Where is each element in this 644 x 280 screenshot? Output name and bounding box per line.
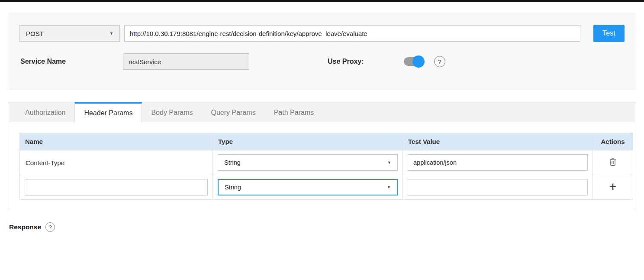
service-name-input[interactable] xyxy=(123,53,249,70)
add-row-icon[interactable]: + xyxy=(609,182,617,191)
param-type-cell: String ▼ xyxy=(213,175,403,200)
column-header-actions: Actions xyxy=(593,133,633,150)
chevron-down-icon: ▼ xyxy=(387,161,391,165)
param-name-cell: Content-Type xyxy=(20,150,213,175)
param-name-input[interactable] xyxy=(25,179,208,195)
use-proxy-label: Use Proxy: xyxy=(328,58,364,65)
header-params-table: Name Type Test Value Actions Content-Typ… xyxy=(19,133,633,200)
http-method-value: POST xyxy=(26,30,44,37)
param-test-value-cell xyxy=(403,150,593,175)
param-actions-cell xyxy=(593,150,633,175)
table-header-row: Name Type Test Value Actions xyxy=(20,133,633,150)
param-type-select[interactable]: String ▼ xyxy=(218,154,398,171)
toggle-knob xyxy=(412,55,425,68)
tab-body-params[interactable]: Body Params xyxy=(142,102,202,122)
request-config-panel: POST ▼ Test Service Name Use Proxy: ? xyxy=(9,13,635,90)
top-bar xyxy=(0,0,644,2)
tab-path-params[interactable]: Path Params xyxy=(265,102,323,122)
url-input[interactable] xyxy=(124,25,580,42)
response-section: Response ? xyxy=(9,222,644,232)
param-test-value-input[interactable] xyxy=(408,154,588,171)
column-header-name: Name xyxy=(20,133,213,150)
proxy-help-icon[interactable]: ? xyxy=(434,56,445,67)
chevron-down-icon: ▼ xyxy=(387,186,391,189)
param-type-value: String xyxy=(224,159,241,166)
params-section: Authorization Header Params Body Params … xyxy=(9,102,635,210)
param-type-value: String xyxy=(225,184,241,191)
param-type-cell: String ▼ xyxy=(213,150,403,175)
param-name-cell xyxy=(20,175,213,200)
delete-row-icon[interactable] xyxy=(609,158,616,166)
header-params-content: Name Type Test Value Actions Content-Typ… xyxy=(9,122,635,210)
column-header-test-value: Test Value xyxy=(403,133,593,150)
use-proxy-toggle[interactable] xyxy=(404,57,424,66)
param-name-text: Content-Type xyxy=(25,159,64,166)
response-help-icon[interactable]: ? xyxy=(45,222,55,232)
param-test-value-cell xyxy=(403,175,593,200)
param-test-value-input[interactable] xyxy=(408,179,588,195)
request-url-row: POST ▼ Test xyxy=(19,25,625,42)
test-button[interactable]: Test xyxy=(593,25,625,42)
table-row-new: String ▼ + xyxy=(20,175,633,200)
response-label: Response xyxy=(9,223,41,231)
tab-bar: Authorization Header Params Body Params … xyxy=(9,102,635,122)
param-type-select[interactable]: String ▼ xyxy=(218,179,398,195)
service-settings-row: Service Name Use Proxy: ? xyxy=(19,53,625,70)
table-row: Content-Type String ▼ xyxy=(20,150,633,175)
param-actions-cell: + xyxy=(593,175,633,200)
column-header-type: Type xyxy=(213,133,403,150)
chevron-down-icon: ▼ xyxy=(109,32,113,36)
http-method-select[interactable]: POST ▼ xyxy=(19,25,120,42)
tab-header-params[interactable]: Header Params xyxy=(74,102,142,122)
service-name-label: Service Name xyxy=(19,58,123,65)
tab-query-params[interactable]: Query Params xyxy=(202,102,264,122)
tab-authorization[interactable]: Authorization xyxy=(16,102,74,122)
